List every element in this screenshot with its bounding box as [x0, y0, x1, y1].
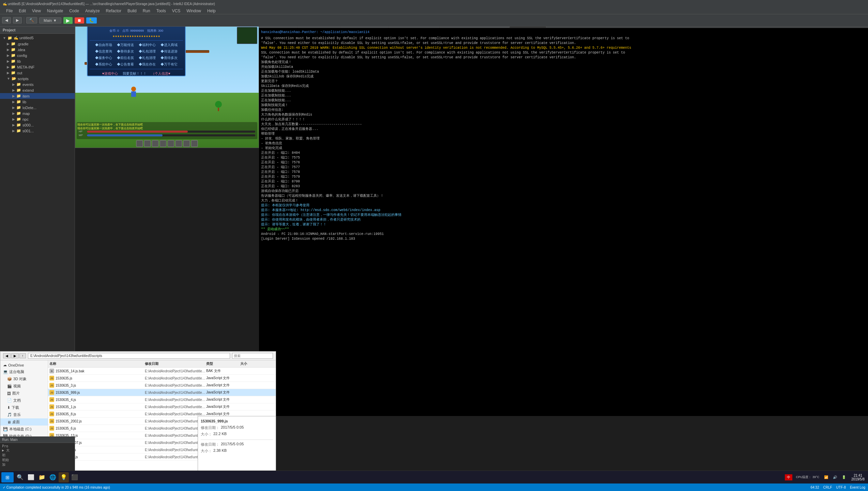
- menu-view[interactable]: View: [31, 9, 42, 13]
- menu-window[interactable]: Window: [185, 9, 202, 13]
- stop-button[interactable]: ⏹: [75, 17, 84, 24]
- menu-info[interactable]: ◆信息查询: [94, 49, 113, 54]
- menu-personal[interactable]: （个人信息♥: [150, 71, 172, 76]
- menu-service[interactable]: ◆服务中心: [94, 55, 113, 61]
- menu-treat[interactable]: ◆善待多次: [116, 49, 135, 54]
- run-config-selector[interactable]: Main ▼: [39, 17, 61, 24]
- tree-item-npc[interactable]: ▶ 📁 npc: [0, 116, 75, 122]
- tree-root[interactable]: ▼ 📁 ✍ untitled5: [0, 35, 75, 41]
- menu-gift2[interactable]: ◆礼包清理: [137, 55, 157, 61]
- tree-item-lodete[interactable]: ▶ 📁 loDete...: [0, 105, 75, 110]
- sidebar-disk-c[interactable]: 💾 本地磁盘 (C:): [0, 426, 48, 433]
- menu-system[interactable]: ◆系统中心: [94, 62, 113, 67]
- file-list-row[interactable]: JS 1530635.js E:\AndroidAndroidPject\143…: [48, 375, 276, 382]
- tree-item-idea[interactable]: ▶ 📁 .idea: [0, 47, 75, 53]
- menu-welfare[interactable]: ◆福利中心: [137, 42, 157, 48]
- taskbar-idea[interactable]: 💡: [59, 472, 69, 482]
- file-list-row[interactable]: JS 1530635_1.js E:\AndroidAndroidPject\1…: [48, 403, 276, 411]
- action-slot-1[interactable]: [136, 140, 143, 147]
- tree-item-s001[interactable]: ▶ 📁 s001...: [0, 128, 75, 134]
- menu-teleport[interactable]: ◆万能传送: [116, 42, 135, 48]
- nav-forward[interactable]: ▶: [11, 353, 19, 358]
- menu-prev-loc[interactable]: ◆前往名筑: [116, 55, 135, 61]
- action-slot-3[interactable]: [152, 140, 159, 147]
- console-panel[interactable]: hanxinhao@hanxinhao-Panther: ~/applicati…: [259, 28, 868, 416]
- taskbar-chrome[interactable]: 🌐: [48, 472, 58, 482]
- menu-wanqian[interactable]: ◆万千有它: [159, 62, 179, 67]
- menu-help[interactable]: Help: [206, 9, 217, 13]
- file-list-row[interactable]: B 1530635_14.js.bak E:\AndroidAndroidPje…: [48, 368, 276, 375]
- menu-transfer[interactable]: ◆传送进游: [159, 49, 179, 54]
- tree-item-extend[interactable]: ▶ 📁 extend: [0, 87, 75, 93]
- action-slot-8[interactable]: [191, 140, 198, 147]
- sidebar-pictures[interactable]: 🖼 图片: [0, 390, 48, 397]
- toolbar-forward[interactable]: ▶: [13, 17, 22, 24]
- start-button[interactable]: ⊞: [1, 472, 14, 482]
- menu-code[interactable]: Code: [68, 9, 80, 13]
- systray-battery[interactable]: 🔋: [840, 475, 847, 480]
- sidebar-desktop[interactable]: 🖥 桌面: [0, 418, 48, 426]
- sidebar-3d[interactable]: 📦 3D 对象: [0, 375, 48, 383]
- toolbar-build[interactable]: 🔨: [26, 17, 37, 24]
- menu-refactor[interactable]: Refactor: [105, 9, 123, 13]
- tree-item-scripts[interactable]: ▼ 📂 scripts: [0, 76, 75, 81]
- tree-item-map[interactable]: ▶ 📁 map: [0, 110, 75, 116]
- menu-free-market[interactable]: ◆自由市场: [94, 42, 113, 48]
- taskbar-explorer[interactable]: 📁: [37, 472, 47, 482]
- sidebar-video[interactable]: 🎬 视频: [0, 383, 48, 390]
- tree-item-events[interactable]: ▶ 📁 events: [0, 81, 75, 87]
- sidebar-downloads[interactable]: ⬇ 下载: [0, 404, 48, 411]
- file-list-row[interactable]: JS 1530635_999.js E:\AndroidAndroidPject…: [48, 389, 276, 396]
- explorer-search[interactable]: [232, 353, 273, 359]
- toolbar-back[interactable]: ◀: [2, 17, 11, 24]
- action-slot-5[interactable]: [168, 140, 174, 147]
- systray-sound[interactable]: 🔊: [832, 475, 838, 480]
- menu-analyze[interactable]: Analyze: [84, 9, 101, 13]
- menu-navigate[interactable]: Navigate: [46, 9, 64, 13]
- menu-gift[interactable]: ◆礼包清理: [137, 49, 157, 54]
- systray-network[interactable]: 📶: [823, 475, 829, 480]
- tree-item-lib2[interactable]: ▶ 📁 lib: [0, 99, 75, 105]
- menu-contribute[interactable]: 我要贡献！！！: [121, 71, 148, 76]
- menu-enter-area[interactable]: ◆进入商域: [159, 42, 179, 48]
- action-slot-6[interactable]: [176, 140, 182, 147]
- tree-item-gradle[interactable]: ▶ 📁 .gradle: [0, 41, 75, 47]
- taskbar-cortana[interactable]: ⬜: [26, 472, 36, 482]
- sidebar-music[interactable]: 🎵 音乐: [0, 411, 48, 418]
- menu-build[interactable]: Build: [126, 9, 138, 13]
- tree-item-out[interactable]: ▶ 📁 out: [0, 70, 75, 76]
- console-line: 正在加载制技能...: [261, 98, 866, 103]
- menu-exist[interactable]: ◆我在存在: [137, 62, 157, 67]
- tree-item-config[interactable]: ▶ 📁 config: [0, 53, 75, 58]
- debug-button[interactable]: 🐛: [86, 17, 97, 24]
- menu-file[interactable]: File: [5, 9, 14, 13]
- action-slot-7[interactable]: [183, 140, 190, 147]
- systray-ime[interactable]: 中: [785, 474, 792, 480]
- sidebar-onedrive[interactable]: ☁ OneDrive: [0, 362, 48, 368]
- action-slot-4[interactable]: [160, 140, 167, 147]
- menu-run[interactable]: Run: [141, 9, 152, 13]
- menu-tools[interactable]: Tools: [155, 9, 167, 13]
- taskbar-search[interactable]: 🔍: [15, 472, 25, 482]
- file-list-row[interactable]: JS 1530635_4.js E:\AndroidAndroidPject\1…: [48, 396, 276, 403]
- menu-game-center[interactable]: ♥游戏中心: [101, 71, 119, 76]
- file-list-row[interactable]: JS 1530635_3.js E:\AndroidAndroidPject\1…: [48, 382, 276, 389]
- nav-up[interactable]: ↑: [19, 353, 26, 358]
- taskbar-clock[interactable]: 21:41 2019/5/8: [849, 473, 867, 482]
- explorer-address[interactable]: E:\AndroidAndroidPject\143fwd\untitled5\…: [28, 353, 230, 359]
- menu-vcs[interactable]: VCS: [171, 9, 182, 13]
- action-slot-2[interactable]: [144, 140, 151, 147]
- nav-back[interactable]: ◀: [3, 353, 11, 358]
- menu-edit[interactable]: Edit: [17, 9, 27, 13]
- taskbar-terminal[interactable]: ⬛: [70, 472, 80, 482]
- tree-item-item[interactable]: ▶ 📁 item: [0, 93, 75, 99]
- sidebar-thispc[interactable]: 💻 这台电脑: [0, 368, 48, 375]
- tree-item-s000[interactable]: ▶ 📁 s000...: [0, 122, 75, 128]
- downloads-icon: ⬇: [7, 405, 10, 410]
- menu-notice[interactable]: ◆公告查看: [116, 62, 135, 67]
- run-button[interactable]: ▶: [63, 17, 73, 24]
- tree-item-meta[interactable]: ▶ 📁 META-INF: [0, 64, 75, 70]
- tree-item-lib[interactable]: ▶ 📁 lib: [0, 58, 75, 64]
- sidebar-docs[interactable]: 📄 文档: [0, 397, 48, 404]
- menu-treat2[interactable]: ◆善待多次: [159, 55, 179, 61]
